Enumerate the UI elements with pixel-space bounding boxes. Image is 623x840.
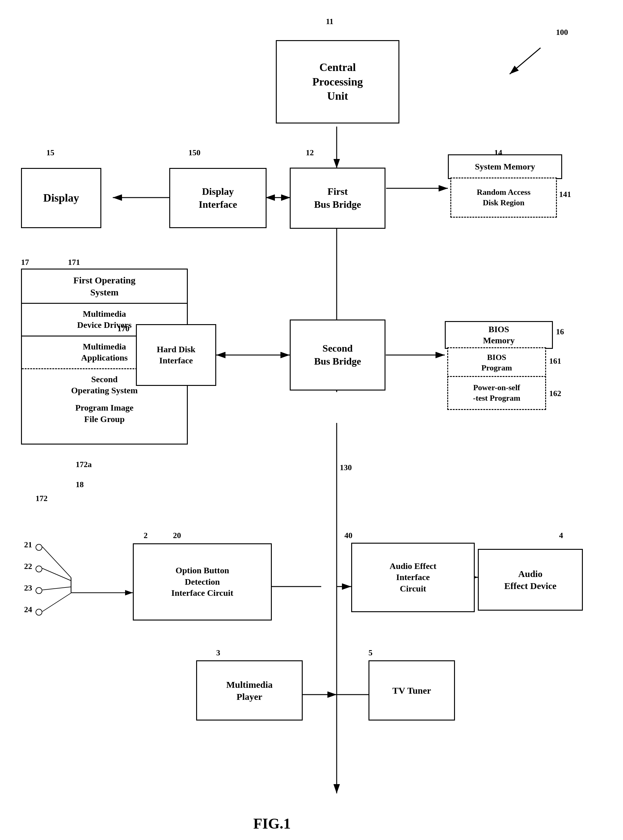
ref-2: 2 (144, 531, 148, 540)
svg-line-25 (42, 547, 71, 578)
ref-162: 162 (549, 389, 561, 398)
btn-22 (35, 566, 42, 572)
diagram: 100 11 CentralProcessingUnit 150 12 14 1… (0, 0, 623, 840)
post-program-box: Power-on-self-test Program (447, 376, 546, 410)
ref-171: 171 (68, 258, 80, 267)
random-access-box: Random AccessDisk Region (450, 177, 557, 218)
fig-label: FIG.1 (253, 815, 291, 832)
btn-23 (35, 587, 42, 594)
btn-24 (35, 609, 42, 615)
ref-141: 141 (559, 190, 571, 199)
ref-150: 150 (189, 148, 201, 158)
ref-40: 40 (344, 531, 353, 540)
tv-tuner-box: TV Tuner (368, 660, 455, 721)
svg-line-28 (42, 593, 71, 612)
ref-18: 18 (76, 480, 84, 489)
ref-130: 130 (340, 463, 352, 472)
svg-line-26 (42, 568, 71, 581)
btn-label-24: 24 (24, 605, 32, 614)
audio-effect-device-box: AudioEffect Device (478, 549, 583, 610)
bios-program-box: BIOSProgram (447, 347, 546, 378)
second-bus-bridge-box: SecondBus Bridge (290, 320, 385, 390)
display-interface-box: DisplayInterface (169, 168, 267, 228)
btn-label-21: 21 (24, 540, 32, 549)
bios-memory-box: BIOSMemory (445, 321, 553, 349)
ref-100: 100 (556, 28, 568, 37)
ref-170: 170 (117, 324, 129, 334)
ref-5: 5 (368, 648, 373, 658)
ref-172: 172 (35, 494, 48, 503)
ref-172a: 172a (76, 460, 92, 469)
ref-16: 16 (556, 327, 564, 337)
option-button-box: Option ButtonDetectionInterface Circuit (133, 543, 272, 621)
btn-label-22: 22 (24, 562, 32, 571)
svg-line-27 (42, 587, 71, 590)
ref-3: 3 (216, 648, 220, 658)
program-image-section: Program ImageFile Group (22, 401, 187, 429)
btn-label-23: 23 (24, 583, 32, 593)
svg-line-23 (509, 48, 540, 74)
first-os-section: First OperatingSystem (22, 269, 187, 304)
multimedia-player-box: MultimediaPlayer (196, 660, 303, 721)
ref-20: 20 (173, 531, 181, 540)
ref-17: 17 (21, 258, 29, 267)
audio-effect-circuit-box: Audio EffectInterfaceCircuit (351, 543, 475, 612)
btn-21 (35, 544, 42, 551)
ref-15: 15 (46, 148, 54, 158)
hard-disk-box: Hard DiskInterface (136, 324, 216, 386)
ref-11: 11 (326, 17, 334, 26)
cpu-box: CentralProcessingUnit (276, 40, 399, 124)
display-box: Display (21, 168, 101, 228)
system-memory-box: System Memory (448, 155, 562, 179)
ref-12: 12 (306, 148, 314, 158)
ref-161: 161 (549, 357, 561, 366)
ref-4: 4 (559, 531, 563, 540)
first-bus-bridge-box: FirstBus Bridge (290, 168, 385, 229)
